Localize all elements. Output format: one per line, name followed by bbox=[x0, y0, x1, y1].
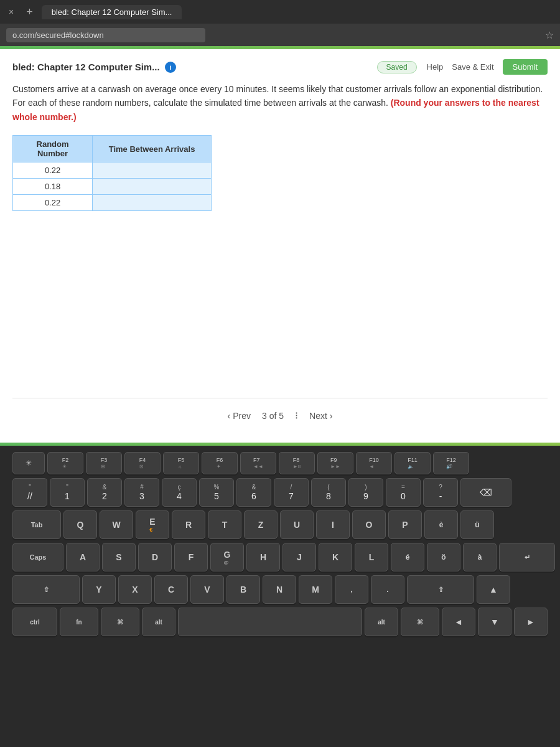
key-f4[interactable]: F4⊡ bbox=[124, 452, 161, 474]
key-q[interactable]: Q bbox=[63, 510, 97, 539]
nav-row: ‹ Prev 3 of 5 ⁝ Next › bbox=[12, 398, 548, 433]
key-b[interactable]: B bbox=[226, 575, 260, 604]
key-z[interactable]: Z bbox=[244, 510, 278, 539]
time-between-input-1[interactable] bbox=[101, 182, 202, 191]
key-shift-left[interactable]: ⇧ bbox=[12, 575, 80, 604]
close-tab-btn[interactable]: × bbox=[5, 6, 17, 18]
key-9[interactable]: )9 bbox=[348, 478, 383, 507]
time-between-cell[interactable] bbox=[93, 179, 212, 195]
key-cmd-right[interactable]: ⌘ bbox=[401, 608, 439, 636]
key-arrow-down[interactable]: ▼ bbox=[478, 608, 511, 636]
key-g[interactable]: G@ bbox=[210, 543, 244, 571]
key-u-umlaut[interactable]: ü bbox=[460, 510, 494, 539]
address-bar[interactable]: o.com/secured#lockdown bbox=[6, 28, 205, 42]
key-a[interactable]: A bbox=[66, 543, 100, 571]
key-f9[interactable]: F9►► bbox=[317, 452, 353, 474]
key-5[interactable]: %5 bbox=[199, 478, 234, 507]
key-f3[interactable]: F3⊞ bbox=[86, 452, 122, 474]
info-icon[interactable]: i bbox=[165, 62, 176, 73]
key-minus[interactable]: ?- bbox=[423, 478, 458, 507]
key-s[interactable]: S bbox=[102, 543, 136, 571]
help-link[interactable]: Help bbox=[427, 62, 444, 72]
key-esc[interactable]: ✳ bbox=[12, 452, 45, 474]
key-l[interactable]: L bbox=[355, 543, 388, 571]
key-k[interactable]: K bbox=[319, 543, 352, 571]
key-u[interactable]: U bbox=[280, 510, 314, 539]
key-cmd-left[interactable]: ⌘ bbox=[101, 608, 139, 636]
key-c[interactable]: C bbox=[154, 575, 188, 604]
key-m[interactable]: M bbox=[299, 575, 332, 604]
time-between-input-0[interactable] bbox=[101, 166, 202, 175]
key-f5[interactable]: F5☼ bbox=[163, 452, 199, 474]
key-fn[interactable]: fn bbox=[60, 608, 98, 636]
active-tab[interactable]: bled: Chapter 12 Computer Sim... bbox=[42, 5, 182, 19]
key-e[interactable]: E€ bbox=[136, 510, 169, 539]
key-arrow-up[interactable]: ▲ bbox=[477, 575, 510, 604]
new-tab-btn[interactable]: + bbox=[22, 4, 37, 20]
key-arrow-left[interactable]: ◄ bbox=[442, 608, 475, 636]
prev-button[interactable]: ‹ Prev bbox=[228, 411, 251, 421]
key-space[interactable] bbox=[178, 608, 362, 636]
key-o[interactable]: O bbox=[352, 510, 386, 539]
key-8[interactable]: (8 bbox=[311, 478, 346, 507]
key-1[interactable]: "1 bbox=[50, 478, 85, 507]
key-f12[interactable]: F12🔊 bbox=[433, 452, 469, 474]
time-between-cell[interactable] bbox=[93, 162, 212, 179]
key-alt-left[interactable]: alt bbox=[142, 608, 175, 636]
key-h[interactable]: H bbox=[246, 543, 280, 571]
key-w[interactable]: W bbox=[100, 510, 133, 539]
tab-label: bled: Chapter 12 Computer Sim... bbox=[52, 7, 172, 17]
key-f11[interactable]: F11🔈 bbox=[394, 452, 431, 474]
key-f6[interactable]: F6✦ bbox=[202, 452, 238, 474]
key-arrow-right[interactable]: ► bbox=[514, 608, 548, 636]
saved-badge: Saved bbox=[377, 61, 417, 73]
key-enter[interactable]: ↵ bbox=[499, 543, 555, 571]
key-i[interactable]: I bbox=[316, 510, 350, 539]
key-n[interactable]: N bbox=[263, 575, 296, 604]
random-number-cell: 0.22 bbox=[13, 162, 93, 179]
key-a-grave[interactable]: à bbox=[463, 543, 497, 571]
page-indicator: 3 of 5 bbox=[262, 411, 284, 421]
key-e-accent[interactable]: è bbox=[424, 510, 458, 539]
key-ctrl-left[interactable]: ctrl bbox=[12, 608, 57, 636]
save-exit-link[interactable]: Save & Exit bbox=[452, 62, 493, 72]
key-3[interactable]: #3 bbox=[124, 478, 159, 507]
key-p[interactable]: P bbox=[388, 510, 422, 539]
key-o-umlaut[interactable]: ö bbox=[427, 543, 460, 571]
key-j[interactable]: J bbox=[282, 543, 316, 571]
key-y[interactable]: Y bbox=[82, 575, 116, 604]
key-6[interactable]: &6 bbox=[236, 478, 271, 507]
time-between-input-2[interactable] bbox=[101, 198, 202, 207]
key-d[interactable]: D bbox=[138, 543, 172, 571]
key-backtick[interactable]: "// bbox=[12, 478, 47, 507]
key-backspace[interactable]: ⌫ bbox=[460, 478, 511, 507]
key-r[interactable]: R bbox=[172, 510, 205, 539]
next-button[interactable]: Next › bbox=[309, 411, 332, 421]
key-shift-right[interactable]: ⇧ bbox=[407, 575, 474, 604]
key-tab[interactable]: Tab bbox=[12, 510, 61, 539]
key-alt-right[interactable]: alt bbox=[365, 608, 398, 636]
key-f10[interactable]: F10◄ bbox=[356, 452, 392, 474]
key-f8[interactable]: F8►II bbox=[279, 452, 315, 474]
key-x[interactable]: X bbox=[118, 575, 152, 604]
grid-icon[interactable]: ⁝ bbox=[295, 410, 298, 421]
key-t[interactable]: T bbox=[208, 510, 241, 539]
key-f[interactable]: F bbox=[174, 543, 208, 571]
key-f2[interactable]: F2☀ bbox=[47, 452, 83, 474]
key-period[interactable]: . bbox=[371, 575, 404, 604]
time-between-cell[interactable] bbox=[93, 195, 212, 211]
key-f7[interactable]: F7◄◄ bbox=[240, 452, 276, 474]
submit-button[interactable]: Submit bbox=[503, 59, 548, 75]
main-content: bled: Chapter 12 Computer Sim... i Saved… bbox=[0, 49, 560, 443]
bookmark-icon[interactable]: ☆ bbox=[545, 29, 554, 41]
key-v[interactable]: V bbox=[190, 575, 224, 604]
key-4[interactable]: ç4 bbox=[162, 478, 197, 507]
key-2[interactable]: &2 bbox=[87, 478, 122, 507]
key-comma[interactable]: , bbox=[335, 575, 368, 604]
key-e-acute[interactable]: é bbox=[391, 543, 424, 571]
random-number-cell: 0.22 bbox=[13, 195, 93, 211]
key-caps[interactable]: Caps bbox=[12, 543, 63, 571]
key-0[interactable]: =0 bbox=[386, 478, 421, 507]
question-text: Customers arrive at a carwash on average… bbox=[12, 82, 548, 124]
key-7[interactable]: /7 bbox=[274, 478, 309, 507]
